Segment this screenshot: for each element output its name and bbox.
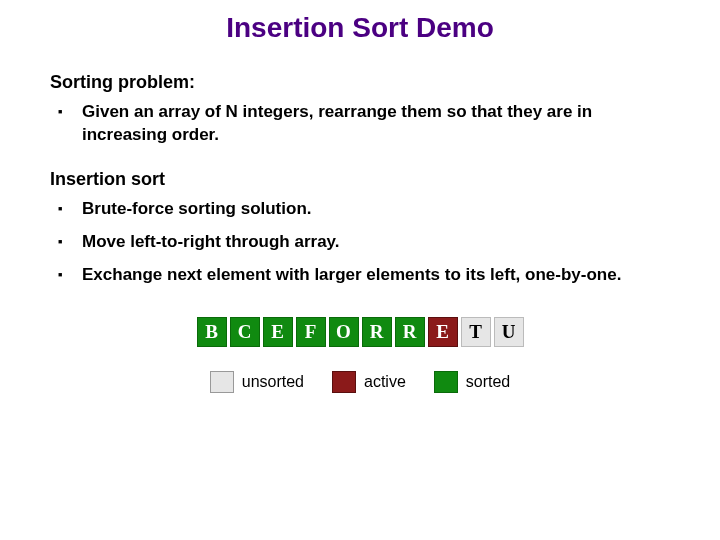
section-heading-insertion: Insertion sort bbox=[50, 169, 680, 190]
legend: unsorted active sorted bbox=[0, 371, 720, 393]
array-cell: O bbox=[329, 317, 359, 347]
array-cell: R bbox=[362, 317, 392, 347]
array-cell: U bbox=[494, 317, 524, 347]
array-cell: T bbox=[461, 317, 491, 347]
legend-swatch-unsorted bbox=[210, 371, 234, 393]
legend-label: active bbox=[364, 373, 406, 391]
array-cell: E bbox=[263, 317, 293, 347]
array-cell: F bbox=[296, 317, 326, 347]
array-cell: R bbox=[395, 317, 425, 347]
slide: Insertion Sort Demo Sorting problem: Giv… bbox=[0, 0, 720, 540]
array-visualization: B C E F O R R E T U bbox=[0, 317, 720, 347]
bullet-item: Move left-to-right through array. bbox=[78, 231, 680, 254]
bullet-list-insertion: Brute-force sorting solution. Move left-… bbox=[50, 198, 680, 287]
legend-swatch-sorted bbox=[434, 371, 458, 393]
legend-item-unsorted: unsorted bbox=[210, 371, 304, 393]
legend-label: unsorted bbox=[242, 373, 304, 391]
section-heading-problem: Sorting problem: bbox=[50, 72, 680, 93]
array-cell: B bbox=[197, 317, 227, 347]
legend-label: sorted bbox=[466, 373, 510, 391]
array-cell: E bbox=[428, 317, 458, 347]
bullet-list-problem: Given an array of N integers, rearrange … bbox=[50, 101, 680, 147]
section-insertion-sort: Insertion sort Brute-force sorting solut… bbox=[50, 169, 680, 287]
array-cell: C bbox=[230, 317, 260, 347]
section-sorting-problem: Sorting problem: Given an array of N int… bbox=[50, 72, 680, 147]
slide-title: Insertion Sort Demo bbox=[0, 0, 720, 50]
bullet-item: Given an array of N integers, rearrange … bbox=[78, 101, 680, 147]
legend-item-active: active bbox=[332, 371, 406, 393]
bullet-item: Brute-force sorting solution. bbox=[78, 198, 680, 221]
legend-item-sorted: sorted bbox=[434, 371, 510, 393]
bullet-item: Exchange next element with larger elemen… bbox=[78, 264, 680, 287]
legend-swatch-active bbox=[332, 371, 356, 393]
